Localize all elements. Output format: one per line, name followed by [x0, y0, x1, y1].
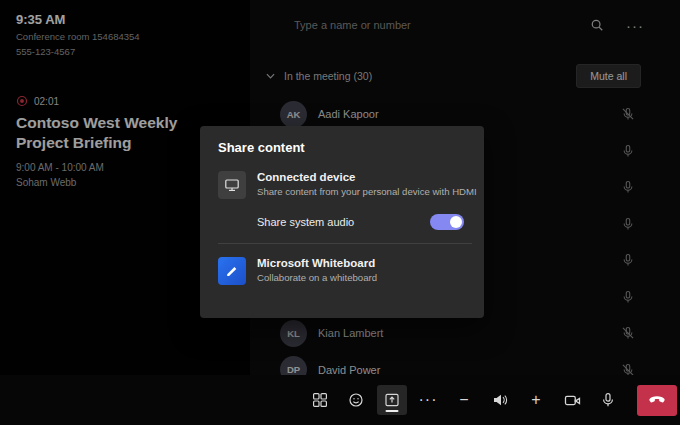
share-content-modal: Share content Connected device Share con…: [200, 126, 484, 318]
whiteboard-subtitle: Collaborate on a whiteboard: [257, 272, 377, 283]
whiteboard-option[interactable]: Microsoft Whiteboard Collaborate on a wh…: [218, 257, 474, 285]
hang-up-button[interactable]: [637, 385, 677, 416]
call-control-bar: ··· − +: [0, 375, 680, 425]
share-audio-label: Share system audio: [257, 216, 430, 228]
more-actions-button[interactable]: ···: [413, 385, 443, 415]
microphone-button[interactable]: [593, 385, 623, 415]
camera-button[interactable]: [557, 385, 587, 415]
connected-device-option[interactable]: Connected device Share content from your…: [218, 171, 474, 199]
volume-down-button[interactable]: −: [449, 385, 479, 415]
gallery-layout-button[interactable]: [305, 385, 335, 415]
reactions-button[interactable]: [341, 385, 371, 415]
share-audio-toggle[interactable]: [430, 214, 464, 230]
connected-device-title: Connected device: [257, 171, 477, 183]
share-content-button[interactable]: [377, 385, 407, 415]
whiteboard-icon: [218, 257, 246, 285]
teams-room-console: 9:35 AM Conference room 154684354 555-12…: [0, 0, 680, 425]
toggle-knob: [450, 216, 462, 228]
modal-divider: [218, 243, 472, 244]
whiteboard-title: Microsoft Whiteboard: [257, 257, 377, 269]
toolbar-buttons: ··· − +: [305, 375, 677, 425]
modal-title: Share content: [218, 140, 474, 155]
speaker-icon[interactable]: [485, 385, 515, 415]
connected-device-subtitle: Share content from your personal device …: [257, 186, 477, 197]
share-system-audio-row: Share system audio: [218, 214, 474, 230]
hdmi-monitor-icon: [218, 171, 246, 199]
share-selected-indicator: [386, 410, 399, 412]
volume-up-button[interactable]: +: [521, 385, 551, 415]
